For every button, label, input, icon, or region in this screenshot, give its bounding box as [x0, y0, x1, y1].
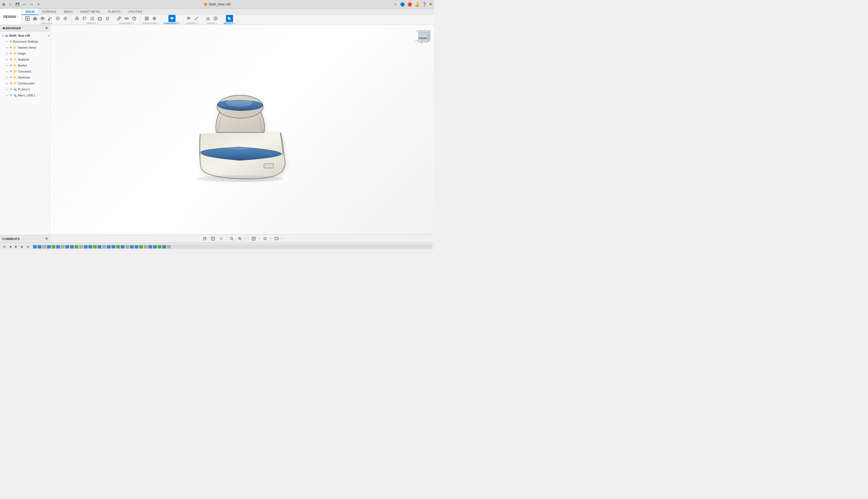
timeline-item-27[interactable] — [153, 245, 157, 248]
browser-item-sketches[interactable]: ▷ 👁 📁 Sketches — [0, 74, 50, 80]
canvases-vis-icon[interactable]: 👁 — [10, 70, 12, 73]
timeline-item-18[interactable] — [112, 245, 115, 248]
save-btn[interactable]: 💾 — [15, 2, 20, 7]
timeline-item-11[interactable] — [79, 245, 83, 248]
more-btn[interactable]: ▾ — [36, 2, 41, 7]
viewport[interactable]: FRONT — [50, 25, 434, 242]
timeline-item-8[interactable] — [65, 245, 69, 248]
named-views-expand[interactable]: ▷ — [5, 46, 9, 49]
root-settings-icon[interactable]: ⚙ — [48, 34, 50, 37]
browser-item-construction[interactable]: ▷ 👁 📁 Construction — [0, 80, 50, 86]
construction-expand[interactable]: ▷ — [5, 82, 9, 85]
new-component-btn[interactable] — [24, 15, 31, 22]
bodies-expand[interactable]: ▷ — [5, 64, 9, 67]
timeline-prev-btn[interactable]: ◀ — [8, 245, 12, 249]
timeline-item-17[interactable] — [107, 245, 111, 248]
analysis-vis-icon[interactable]: 👁 — [10, 58, 12, 61]
comments-section[interactable]: COMMENTS ✕ — [0, 235, 50, 242]
undo-btn[interactable]: ↩ — [22, 2, 27, 7]
browser-close-icon[interactable]: ✕ — [45, 26, 48, 30]
look-at-btn[interactable] — [210, 236, 216, 242]
micro-usb-expand[interactable]: ▷ — [5, 94, 9, 97]
timeline-item-30[interactable] — [167, 245, 171, 248]
record-icon[interactable]: 🔴 — [407, 2, 412, 7]
pan-btn[interactable] — [218, 236, 224, 242]
sketches-expand[interactable]: ▷ — [5, 76, 9, 79]
inspect-btn[interactable] — [185, 15, 192, 22]
timeline-item-25[interactable] — [144, 245, 148, 248]
timeline-end-btn[interactable]: ⏭ — [26, 245, 30, 249]
insert2-btn[interactable] — [212, 15, 219, 22]
timeline-item-13[interactable] — [88, 245, 92, 248]
timeline-item-14[interactable] — [93, 245, 97, 248]
move-btn[interactable] — [62, 15, 69, 22]
orbit-btn[interactable] — [202, 236, 208, 242]
fillet-btn[interactable] — [81, 15, 88, 22]
timeline-next-btn[interactable]: ▶ — [20, 245, 24, 249]
root-expand-arrow[interactable]: ▾ — [1, 34, 4, 37]
origin-vis-icon[interactable]: 👁 — [10, 52, 12, 55]
zoom-dropdown[interactable]: ▾ — [245, 238, 246, 240]
grid-menu-icon[interactable]: ⊞ — [2, 2, 5, 7]
zoom-fit-btn[interactable] — [229, 236, 235, 242]
timeline-item-28[interactable] — [158, 245, 161, 248]
tab-surface[interactable]: SURFACE — [38, 9, 60, 15]
zoom-btn[interactable] — [237, 236, 243, 242]
configure-btn[interactable] — [143, 15, 150, 22]
browser-collapse-icon[interactable]: ◀ — [2, 26, 4, 30]
file-menu-icon[interactable]: ≡ — [8, 2, 13, 7]
nav-cube[interactable]: FRONT — [412, 28, 431, 47]
shell-btn[interactable] — [96, 15, 103, 22]
origin-expand[interactable]: ▷ — [5, 52, 9, 55]
timeline-item-29[interactable] — [162, 245, 166, 248]
timeline-item-20[interactable] — [121, 245, 125, 248]
add-icon[interactable]: ＋ — [393, 2, 398, 7]
bell-icon[interactable]: 🔔 — [415, 2, 419, 7]
grid-btn[interactable] — [262, 236, 268, 242]
micro-usb-vis-icon[interactable]: 👁 — [10, 94, 12, 97]
timeline-item-7[interactable] — [61, 245, 65, 248]
timeline-item-19[interactable] — [116, 245, 120, 248]
joint-btn[interactable] — [115, 15, 123, 22]
timeline-start-btn[interactable]: ⏮ — [2, 245, 7, 249]
browser-item-origin[interactable]: ▷ 👁 📁 Origin — [0, 50, 50, 57]
tab-solid[interactable]: SOLID — [22, 9, 38, 15]
timeline-item-10[interactable] — [75, 245, 78, 248]
timeline-item-4[interactable] — [47, 245, 51, 248]
configure2-btn[interactable] — [151, 15, 158, 22]
tab-sheet-metal[interactable]: SHEET METAL — [76, 9, 104, 15]
timeline-item-3[interactable] — [42, 245, 46, 248]
timeline-item-6[interactable] — [56, 245, 60, 248]
browser-item-analysis[interactable]: ▷ 👁 📁 Analysis — [0, 57, 50, 62]
timeline-item-23[interactable] — [135, 245, 138, 248]
revolve-btn[interactable] — [39, 15, 46, 22]
doc-settings-expand[interactable]: ▷ — [5, 40, 9, 43]
sweep-btn[interactable] — [47, 15, 54, 22]
timeline-item-2[interactable] — [38, 245, 41, 248]
extrude-btn[interactable] — [32, 15, 38, 22]
pi-zero-vis-icon[interactable]: 👁 — [10, 88, 12, 91]
press-pull-btn[interactable] — [74, 15, 80, 22]
browser-item-document-settings[interactable]: ▷ ⚙ Document Settings — [0, 38, 50, 45]
chamfer-btn[interactable] — [89, 15, 96, 22]
timeline-play-btn[interactable]: ▶ — [14, 245, 18, 249]
sketches-vis-icon[interactable]: 👁 — [10, 76, 12, 79]
timeline-item-15[interactable] — [98, 245, 101, 248]
help-icon[interactable]: ❓ — [422, 2, 427, 7]
timeline-item-26[interactable] — [148, 245, 152, 248]
browser-item-micro-usb[interactable]: ▷ 👁 🔩 Micro_USB:1 — [0, 92, 50, 98]
display-mode-btn[interactable] — [251, 236, 256, 242]
browser-item-named-views[interactable]: ▷ 👁 📁 Named Views — [0, 45, 50, 50]
browser-item-bodies[interactable]: ▷ 👁 📁 Bodies — [0, 62, 50, 69]
tab-utilities[interactable]: UTILITIES — [125, 9, 146, 15]
sync-icon[interactable]: 🔵 — [400, 2, 405, 7]
bodies-vis-icon[interactable]: 👁 — [10, 64, 12, 67]
browser-root-item[interactable]: ▾ 🗂 Steth_New v30 ⚙ — [0, 33, 50, 38]
browser-item-pi-zero[interactable]: ▷ 👁 🔩 Pi Zero:1 — [0, 86, 50, 92]
insert-btn[interactable] — [204, 15, 212, 22]
measure-btn[interactable] — [193, 15, 200, 22]
tab-mesh[interactable]: MESH — [60, 9, 76, 15]
design-dropdown-btn[interactable]: DESIGN ▾ — [0, 9, 22, 25]
draft-btn[interactable] — [104, 15, 111, 22]
viewport-canvas[interactable]: FRONT — [50, 25, 434, 242]
